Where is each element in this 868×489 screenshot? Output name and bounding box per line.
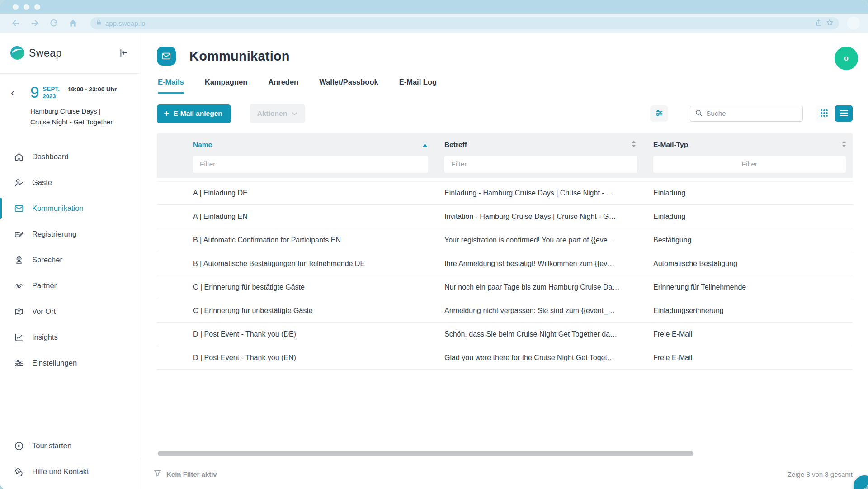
sidebar-item-insights[interactable]: Insights — [0, 324, 140, 350]
tab-email-log[interactable]: E-Mail Log — [399, 78, 437, 94]
cell-name: D | Post Event - Thank you (EN) — [193, 354, 444, 362]
sidebar-item-help[interactable]: Hilfe und Kontakt — [0, 459, 140, 484]
column-header-name[interactable]: Name — [193, 141, 444, 149]
actions-button[interactable]: Aktionen — [250, 104, 305, 123]
sliders-icon — [14, 358, 24, 369]
cell-name: B | Automatic Confirmation for Participa… — [193, 236, 444, 244]
sidebar-item-label: Sprecher — [32, 256, 62, 264]
column-header-email-type[interactable]: E-Mail-Typ — [653, 141, 853, 149]
map-pin-icon — [14, 306, 24, 317]
email-table: Name Betreff — [157, 133, 853, 370]
sidebar-item-registration[interactable]: Registrierung — [0, 221, 140, 247]
handshake-icon — [14, 280, 24, 291]
main-content: Kommunikation o E-Mails Kampagnen Anrede… — [140, 33, 868, 489]
cell-email-type: Freie E-Mail — [653, 330, 853, 338]
table-body: A | Einladung DE Einladung - Hamburg Cru… — [157, 181, 853, 370]
horizontal-scrollbar-thumb[interactable] — [158, 451, 693, 456]
url-bar[interactable]: app.sweap.io — [90, 17, 839, 29]
cell-subject: Nur noch ein paar Tage bis zum Hamburg C… — [444, 283, 653, 291]
bookmark-star-icon[interactable] — [826, 19, 834, 28]
name-filter-input[interactable] — [193, 156, 428, 173]
sidebar-item-communication[interactable]: Kommunikation — [0, 195, 140, 221]
help-chat-icon — [14, 466, 24, 477]
sidebar-item-guests[interactable]: Gäste — [0, 170, 140, 195]
sidebar-item-label: Hilfe und Kontakt — [32, 467, 89, 476]
sidebar-item-label: Einstellungen — [32, 359, 77, 367]
sort-both-icon[interactable] — [842, 141, 846, 149]
cell-name: B | Automatische Bestätigungen für Teiln… — [193, 260, 444, 268]
cell-name: A | Einladung EN — [193, 213, 444, 221]
url-text: app.sweap.io — [105, 19, 145, 27]
share-icon[interactable] — [815, 19, 822, 28]
sidebar-nav: Dashboard Gäste Kommunikation — [0, 144, 140, 376]
row-count: Zeige 8 von 8 gesamt — [788, 470, 853, 478]
collapse-sidebar-icon[interactable] — [118, 48, 128, 58]
list-view-button[interactable] — [835, 105, 853, 122]
back-icon[interactable] — [8, 17, 24, 29]
play-circle-icon — [14, 441, 24, 451]
sort-asc-icon[interactable] — [423, 141, 427, 149]
event-title: Hamburg Cruise Days | Cruise Night - Get… — [30, 106, 116, 128]
status-bar: Kein Filter aktiv Zeige 8 von 8 gesamt — [140, 459, 868, 489]
sidebar-item-start-tour[interactable]: Tour starten — [0, 433, 140, 459]
table-row[interactable]: D | Post Event - Thank you (EN) Glad you… — [157, 346, 853, 370]
cell-email-type: Einladungserinnerung — [653, 307, 853, 315]
sidebar-item-label: Gäste — [32, 178, 52, 187]
table-row[interactable]: C | Erinnerung für unbestätigte Gäste An… — [157, 299, 853, 323]
window-minimize-button[interactable] — [24, 4, 29, 10]
event-switcher: ‹ 9 SEPT. 2023 19:00 - 23:00 Uhr Hamburg… — [0, 74, 140, 132]
page-title: Kommunikation — [189, 49, 290, 64]
window-close-button[interactable] — [13, 4, 19, 10]
table-row[interactable]: B | Automatische Bestätigungen für Teiln… — [157, 252, 853, 275]
sidebar-item-dashboard[interactable]: Dashboard — [0, 144, 140, 170]
mail-icon — [14, 203, 24, 214]
sort-both-icon[interactable] — [632, 141, 636, 149]
tab-emails[interactable]: E-Mails — [158, 78, 184, 94]
home-icon[interactable] — [65, 17, 80, 29]
forward-icon[interactable] — [27, 17, 42, 29]
brand: Sweap — [0, 33, 140, 73]
sidebar-item-settings[interactable]: Einstellungen — [0, 350, 140, 376]
speaker-icon — [14, 255, 24, 266]
browser-profile-avatar[interactable] — [847, 17, 860, 29]
cell-email-type: Freie E-Mail — [653, 354, 853, 362]
table-row[interactable]: B | Automatic Confirmation for Participa… — [157, 228, 853, 252]
sidebar-item-label: Vor Ort — [32, 307, 56, 316]
email-type-filter-input[interactable] — [653, 156, 846, 173]
window-maximize-button[interactable] — [34, 4, 40, 10]
subject-filter-input[interactable] — [444, 156, 637, 173]
funnel-icon — [153, 469, 162, 479]
reload-icon[interactable] — [46, 17, 61, 29]
sidebar-item-partners[interactable]: Partner — [0, 273, 140, 299]
table-row[interactable]: D | Post Event - Thank you (DE) Schön, d… — [157, 323, 853, 346]
browser-window: app.sweap.io — [0, 0, 868, 489]
sidebar-item-label: Kommunikation — [32, 204, 84, 213]
plus-icon: + — [164, 110, 169, 117]
tab-salutations[interactable]: Anreden — [268, 78, 298, 94]
sidebar-item-speakers[interactable]: Sprecher — [0, 247, 140, 273]
column-header-subject[interactable]: Betreff — [444, 141, 653, 149]
create-email-button[interactable]: + E-Mail anlegen — [157, 104, 231, 123]
sidebar-item-label: Dashboard — [32, 152, 69, 161]
tab-campaigns[interactable]: Kampagnen — [205, 78, 247, 94]
cell-name: A | Einladung DE — [193, 189, 444, 197]
search-input[interactable] — [706, 109, 798, 118]
cell-subject: Einladung - Hamburg Cruise Days | Cruise… — [444, 189, 653, 197]
filter-row — [157, 155, 853, 178]
event-back-chevron-icon[interactable]: ‹ — [11, 87, 14, 98]
tab-wallet-passbook[interactable]: Wallet/Passbook — [319, 78, 378, 94]
table-row[interactable]: A | Einladung DE Einladung - Hamburg Cru… — [157, 181, 853, 205]
cell-name: C | Erinnerung für unbestätigte Gäste — [193, 307, 444, 315]
filter-sliders-icon — [655, 109, 664, 119]
grid-view-button[interactable] — [816, 105, 832, 122]
sidebar-item-label: Insights — [32, 333, 58, 342]
table-row[interactable]: C | Erinnerung für bestätigte Gäste Nur … — [157, 275, 853, 299]
sidebar-footer: Tour starten Hilfe und Kontakt — [0, 433, 140, 489]
table-row[interactable]: A | Einladung EN Invitation - Hamburg Cr… — [157, 205, 853, 228]
horizontal-scrollbar[interactable] — [157, 451, 853, 456]
search-icon — [695, 109, 703, 119]
page-header: Kommunikation — [157, 47, 853, 66]
filter-settings-button[interactable] — [650, 105, 668, 122]
sidebar-item-onsite[interactable]: Vor Ort — [0, 299, 140, 324]
user-avatar[interactable]: o — [835, 47, 858, 70]
